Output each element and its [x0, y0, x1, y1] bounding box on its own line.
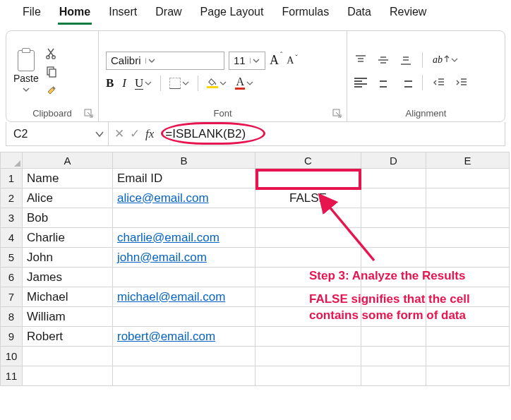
font-color-button[interactable]: A: [235, 76, 253, 90]
formula-input[interactable]: =ISBLANK(B2): [160, 122, 505, 145]
cell-A1[interactable]: Name: [23, 169, 113, 188]
cell-C5[interactable]: [256, 248, 361, 268]
row-header[interactable]: 8: [0, 307, 23, 327]
cell-E1[interactable]: [426, 169, 510, 188]
cell-A4[interactable]: Charlie: [23, 228, 113, 248]
col-header-B[interactable]: B: [113, 152, 256, 169]
cell-A5[interactable]: John: [23, 248, 113, 268]
accept-formula-icon[interactable]: ✓: [130, 126, 140, 141]
cell-E7[interactable]: [426, 287, 510, 307]
cell-D9[interactable]: [361, 327, 426, 347]
cell-C10[interactable]: [256, 347, 361, 366]
row-header[interactable]: 5: [0, 248, 23, 268]
cell-A10[interactable]: [23, 347, 113, 366]
cell-E11[interactable]: [426, 366, 510, 386]
decrease-indent-icon[interactable]: [433, 77, 445, 88]
cell-E4[interactable]: [426, 228, 510, 248]
cell-B8[interactable]: [113, 307, 256, 327]
cell-D10[interactable]: [361, 347, 426, 366]
cell-C1[interactable]: [256, 169, 361, 188]
chevron-down-icon[interactable]: [250, 58, 263, 64]
fill-color-button[interactable]: [207, 78, 227, 88]
cell-B6[interactable]: [113, 268, 256, 287]
col-header-E[interactable]: E: [426, 152, 510, 169]
row-header[interactable]: 4: [0, 228, 23, 248]
cell-B4[interactable]: charlie@email.com: [113, 228, 256, 248]
cell-E5[interactable]: [426, 248, 510, 268]
align-left-icon[interactable]: [354, 78, 367, 88]
copy-icon[interactable]: [44, 64, 59, 78]
cell-C6[interactable]: [256, 268, 361, 287]
font-launcher-icon[interactable]: [332, 109, 342, 119]
paste-button[interactable]: Paste: [13, 73, 39, 84]
cell-C7[interactable]: [256, 287, 361, 307]
cell-C8[interactable]: [256, 307, 361, 327]
row-header[interactable]: 11: [0, 366, 23, 386]
cell-E6[interactable]: [426, 268, 510, 287]
cell-D6[interactable]: [361, 268, 426, 287]
tab-page-layout[interactable]: Page Layout: [199, 4, 265, 25]
cell-B5[interactable]: john@email.com: [113, 248, 256, 268]
cell-A6[interactable]: James: [23, 268, 113, 287]
row-header[interactable]: 1: [0, 169, 23, 188]
cell-D1[interactable]: [361, 169, 426, 188]
name-box[interactable]: C2: [6, 122, 109, 145]
paste-icon[interactable]: [16, 48, 37, 72]
cell-C9[interactable]: [256, 327, 361, 347]
row-header[interactable]: 7: [0, 287, 23, 307]
cell-B1[interactable]: Email ID: [113, 169, 256, 188]
tab-data[interactable]: Data: [346, 4, 373, 25]
row-header[interactable]: 6: [0, 268, 23, 287]
orientation-icon[interactable]: ab: [433, 54, 458, 66]
row-header[interactable]: 3: [0, 208, 23, 228]
cell-D4[interactable]: [361, 228, 426, 248]
clipboard-launcher-icon[interactable]: [84, 109, 94, 119]
fx-icon[interactable]: fx: [145, 127, 154, 141]
tab-review[interactable]: Review: [388, 4, 428, 25]
cell-C2[interactable]: FALSE: [256, 188, 361, 208]
col-header-C[interactable]: C: [256, 152, 361, 169]
cell-D7[interactable]: [361, 287, 426, 307]
row-header[interactable]: 10: [0, 347, 23, 366]
decrease-font-icon[interactable]: Aˇ: [287, 55, 297, 66]
italic-button[interactable]: I: [122, 76, 126, 90]
row-header[interactable]: 2: [0, 188, 23, 208]
cell-E3[interactable]: [426, 208, 510, 228]
cell-D3[interactable]: [361, 208, 426, 228]
tab-insert[interactable]: Insert: [107, 4, 138, 25]
cell-C3[interactable]: [256, 208, 361, 228]
align-right-icon[interactable]: [399, 78, 412, 88]
increase-font-icon[interactable]: Aˆ: [270, 53, 282, 68]
underline-button[interactable]: U: [135, 77, 152, 90]
border-button[interactable]: [169, 78, 189, 89]
align-top-icon[interactable]: [354, 54, 367, 66]
format-painter-icon[interactable]: [44, 83, 59, 97]
align-center-icon[interactable]: [377, 78, 390, 88]
bold-button[interactable]: B: [106, 76, 114, 90]
tab-draw[interactable]: Draw: [154, 4, 183, 25]
cell-D2[interactable]: [361, 188, 426, 208]
tab-file[interactable]: File: [21, 4, 42, 25]
tab-home[interactable]: Home: [58, 4, 92, 25]
cell-B9[interactable]: robert@email.com: [113, 327, 256, 347]
cell-D8[interactable]: [361, 307, 426, 327]
cell-E9[interactable]: [426, 327, 510, 347]
align-bottom-icon[interactable]: [399, 54, 412, 66]
col-header-A[interactable]: A: [23, 152, 113, 169]
cancel-formula-icon[interactable]: ✕: [114, 126, 124, 141]
col-header-D[interactable]: D: [361, 152, 426, 169]
select-all-corner[interactable]: [0, 152, 23, 169]
cell-B2[interactable]: alice@email.com: [113, 188, 256, 208]
increase-indent-icon[interactable]: [455, 77, 468, 88]
cell-B3[interactable]: [113, 208, 256, 228]
cell-A3[interactable]: Bob: [23, 208, 113, 228]
cell-C4[interactable]: [256, 228, 361, 248]
font-name-combo[interactable]: Calibri: [106, 52, 224, 70]
align-middle-icon[interactable]: [377, 54, 390, 66]
cell-B10[interactable]: [113, 347, 256, 366]
cell-A11[interactable]: [23, 366, 113, 386]
cell-D11[interactable]: [361, 366, 426, 386]
cell-A8[interactable]: William: [23, 307, 113, 327]
cell-E10[interactable]: [426, 347, 510, 366]
cell-A7[interactable]: Michael: [23, 287, 113, 307]
